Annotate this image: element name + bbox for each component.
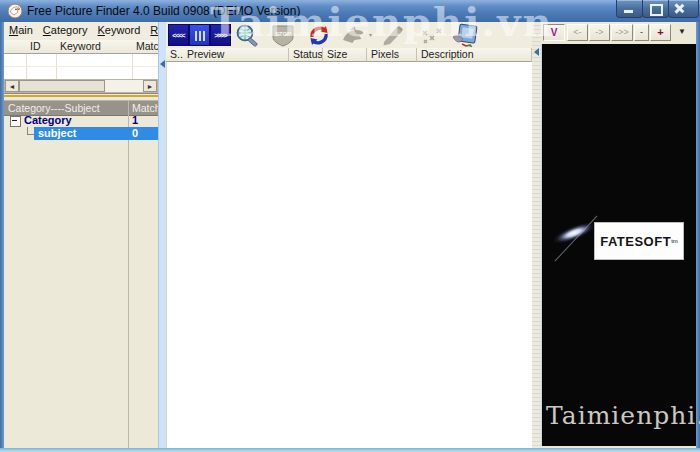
window-frame-bottom bbox=[0, 448, 700, 452]
search-button[interactable] bbox=[233, 23, 263, 48]
tree-expander-icon[interactable] bbox=[10, 116, 21, 127]
preview-back-button[interactable]: <- bbox=[567, 24, 588, 41]
tree-row-category[interactable]: Category bbox=[24, 114, 72, 126]
scroll-left-icon[interactable]: ◄ bbox=[5, 80, 19, 92]
tree-header-match[interactable]: Match bbox=[132, 102, 161, 114]
minimize-button[interactable] bbox=[616, 0, 643, 18]
view-button[interactable]: V bbox=[543, 24, 565, 41]
results-header-preview[interactable]: Preview bbox=[183, 48, 289, 62]
keyword-table-header-id[interactable]: ID bbox=[26, 40, 60, 54]
tree-row-subject-match: 0 bbox=[132, 127, 138, 139]
fatesoft-logo-text: FATESOFT bbox=[600, 234, 671, 249]
results-header-description[interactable]: Description bbox=[417, 48, 532, 62]
title-bar: Free Picture Finder 4.0 Build 0908 (DEMO… bbox=[0, 0, 700, 23]
forward-button[interactable]: >>>> bbox=[210, 24, 231, 46]
menu-keyword[interactable]: Keyword bbox=[93, 22, 146, 36]
close-button[interactable] bbox=[668, 0, 699, 18]
results-list[interactable] bbox=[166, 62, 533, 448]
app-icon bbox=[7, 3, 23, 19]
menu-category[interactable]: Category bbox=[38, 22, 93, 36]
preview-dropdown-icon[interactable]: ▼ bbox=[678, 27, 686, 36]
keyword-table-header-keyword[interactable]: Keyword bbox=[56, 40, 136, 54]
right-splitter[interactable] bbox=[532, 22, 541, 448]
fatesoft-logo-tm: tm bbox=[671, 238, 678, 244]
stop-button[interactable]: STOP bbox=[268, 23, 298, 48]
left-splitter[interactable] bbox=[158, 22, 166, 448]
fatesoft-logo: FATESOFTtm bbox=[594, 222, 684, 260]
watermark-bottom: Taimienphi.vn bbox=[546, 401, 700, 430]
pen-button[interactable] bbox=[378, 23, 408, 48]
menu-main[interactable]: Main bbox=[4, 22, 38, 36]
tree-connector bbox=[27, 127, 34, 135]
scroll-thumb[interactable] bbox=[19, 80, 105, 92]
monitor-download-button[interactable] bbox=[450, 23, 482, 48]
zoom-out-button[interactable]: - bbox=[634, 24, 649, 41]
maximize-button[interactable] bbox=[642, 0, 669, 18]
bird-button[interactable] bbox=[338, 23, 368, 48]
zoom-in-button[interactable]: + bbox=[650, 24, 671, 41]
menu-result[interactable]: Result bbox=[145, 22, 158, 36]
results-header-pixels[interactable]: Pixels bbox=[367, 48, 417, 62]
stop-icon-label: STOP bbox=[275, 31, 291, 37]
menu-bar: MainCategoryKeywordResultHe bbox=[4, 22, 158, 41]
preview-forward-button[interactable]: -> bbox=[589, 24, 610, 41]
back-button[interactable]: <<<< bbox=[168, 24, 189, 46]
pause-grid-icon bbox=[195, 31, 205, 41]
results-header-s[interactable]: S... bbox=[166, 48, 184, 62]
tree-row-category-match: 1 bbox=[132, 114, 138, 126]
pause-grid-button[interactable] bbox=[189, 24, 210, 46]
minimize-icon bbox=[624, 10, 633, 13]
window-title: Free Picture Finder 4.0 Build 0908 (DEMO… bbox=[27, 4, 300, 18]
refresh-button[interactable] bbox=[304, 23, 334, 48]
collapse-left-icon[interactable] bbox=[160, 60, 165, 68]
tree-header-category[interactable]: Category----Subject bbox=[8, 102, 100, 114]
window-frame-right bbox=[696, 22, 700, 448]
scroll-right-icon[interactable]: ► bbox=[143, 80, 157, 92]
tree-row-subject[interactable]: subject bbox=[38, 127, 77, 139]
results-header-status[interactable]: Status bbox=[289, 48, 323, 62]
collapse-right-icon[interactable] bbox=[534, 48, 539, 56]
preview-forward-all-button[interactable]: ->> bbox=[611, 24, 633, 41]
maximize-icon bbox=[650, 4, 663, 16]
sparkle-button[interactable] bbox=[416, 23, 446, 48]
bird-dropdown-icon[interactable]: ▾ bbox=[369, 31, 372, 38]
results-header-size[interactable]: Size bbox=[323, 48, 367, 62]
